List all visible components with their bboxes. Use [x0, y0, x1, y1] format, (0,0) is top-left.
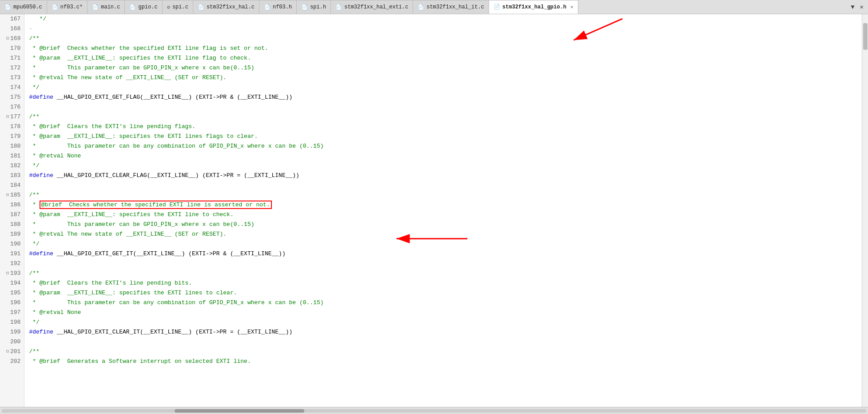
- fold-collapse-icon[interactable]: ⊟: [4, 112, 9, 122]
- tab-nf03-c[interactable]: 📄 nf03.c*: [47, 0, 88, 14]
- comment-text: * @brief Generates a Software interrupt …: [29, 358, 251, 365]
- horizontal-scrollbar[interactable]: [0, 407, 868, 414]
- keyword-define: #define: [29, 329, 53, 335]
- tab-bar: 📄 mpu6050.c 📄 nf03.c* 📄 main.c 📄 gpio.c …: [0, 0, 868, 14]
- code-text: __HAL_GPIO_EXTI_GET_IT(__EXTI_LINE__) (E…: [53, 250, 286, 257]
- line-num-label: 167: [10, 14, 20, 24]
- line-num-label: 181: [10, 151, 20, 161]
- fold-collapse-icon[interactable]: ⊟: [4, 34, 9, 44]
- scrollbar-thumb[interactable]: [863, 23, 868, 50]
- tab-label: stm32f1xx_hal_exti.c: [344, 4, 408, 10]
- file-icon: 📄: [92, 4, 99, 11]
- tab-label: stm32f1xx_hal_it.c: [426, 4, 484, 10]
- line-num-label: 191: [10, 249, 20, 259]
- tab-main-c[interactable]: 📄 main.c: [88, 0, 125, 14]
- fold-collapse-icon[interactable]: ⊟: [4, 190, 9, 200]
- line-num-label: 201: [10, 347, 20, 357]
- tab-label: stm32f1xx_hal.c: [207, 4, 255, 10]
- tab-gpio-c[interactable]: 📄 gpio.c: [125, 0, 162, 14]
- comment-text: * @retval The new state of __EXTI_LINE__…: [29, 74, 227, 81]
- tab-close-all-button[interactable]: ✕: [858, 2, 865, 12]
- line-number-181: 181: [4, 151, 20, 161]
- line-number-178: 178: [4, 122, 20, 132]
- tab-nf03-h[interactable]: 📄 nf03.h: [259, 0, 297, 14]
- line-number-185: ⊟185: [4, 190, 20, 200]
- code-line-194: * @brief Clears the EXTI's line pending …: [29, 278, 862, 288]
- comment-text: * @retval None: [29, 153, 81, 159]
- line-num-label: 193: [10, 269, 20, 278]
- line-number-177: ⊟177: [4, 112, 20, 122]
- tab-mpu6050-c[interactable]: 📄 mpu6050.c: [0, 0, 47, 14]
- code-line-empty: [29, 102, 862, 112]
- tab-label: mpu6050.c: [13, 4, 42, 10]
- tab-stm32f1xx-hal-it-c[interactable]: 📄 stm32f1xx_hal_it.c: [413, 0, 489, 14]
- code-line-171: * @param __EXTI_LINE__: specifies the EX…: [29, 53, 862, 63]
- comment-text: * This parameter can be any combination …: [29, 143, 323, 149]
- tab-label: nf03.h: [273, 4, 292, 10]
- code-line-178: * @brief Clears the EXTI's line pending …: [29, 122, 862, 132]
- code-line-177: /**: [29, 112, 862, 122]
- code-text: __HAL_GPIO_EXTI_GET_FLAG(__EXTI_LINE__) …: [53, 94, 292, 100]
- keyword-define: #define: [29, 172, 53, 179]
- line-num-label: 171: [10, 53, 20, 63]
- comment-text: * @brief Clears the EXTI's line pending …: [29, 280, 192, 286]
- tab-label: stm32f1xx_hal_gpio.h: [502, 4, 566, 10]
- line-number-198: 198: [4, 318, 20, 327]
- line-number-199: 199: [4, 327, 20, 337]
- line-num-label: 188: [10, 220, 20, 229]
- line-number-201: ⊟201: [4, 347, 20, 357]
- line-num-label: 173: [10, 73, 20, 83]
- code-line-182: */: [29, 161, 862, 171]
- highlight-box: @brief Checks whether the specified EXTI…: [40, 201, 272, 209]
- code-line-188: * This parameter can be GPIO_PIN_x where…: [29, 220, 862, 229]
- code-line-183: #define __HAL_GPIO_EXTI_CLEAR_FLAG(__EXT…: [29, 171, 862, 181]
- code-line-185: /**: [29, 190, 862, 200]
- line-number-173: 173: [4, 73, 20, 83]
- comment-text: */: [29, 16, 46, 22]
- code-line-187: * @param __EXTI_LINE__: specifies the EX…: [29, 210, 862, 220]
- comment-text: /**: [29, 113, 39, 120]
- line-number-175: 175: [4, 92, 20, 102]
- comment-text: */: [29, 162, 39, 169]
- line-num-label: 199: [10, 327, 20, 337]
- tab-dropdown-button[interactable]: ▼: [849, 3, 856, 12]
- line-number-180: 180: [4, 141, 20, 151]
- fold-collapse-icon[interactable]: ⊟: [4, 347, 9, 357]
- tab-spi-h[interactable]: 📄 spi.h: [297, 0, 331, 14]
- tab-stm32f1xx-hal-exti-c[interactable]: 📄 stm32f1xx_hal_exti.c: [331, 0, 413, 14]
- line-num-label: 180: [10, 141, 20, 151]
- file-icon: 📄: [301, 4, 308, 11]
- file-icon: 📄: [129, 4, 136, 11]
- line-num-label: 169: [10, 34, 20, 44]
- fold-collapse-icon[interactable]: ⊟: [4, 269, 9, 278]
- line-num-label: 186: [10, 200, 20, 210]
- tab-controls: ▼ ✕: [846, 0, 868, 14]
- line-number-168: 168: [4, 24, 20, 34]
- code-line-199: #define __HAL_GPIO_EXTI_CLEAR_IT(__EXTI_…: [29, 327, 862, 337]
- vertical-scrollbar[interactable]: [862, 14, 868, 407]
- line-num-label: 202: [10, 357, 20, 366]
- line-number-169: ⊟169: [4, 34, 20, 44]
- line-num-label: 197: [10, 308, 20, 318]
- comment-text: * @param __EXTI_LINE__: specifies the EX…: [29, 55, 251, 61]
- code-line-169: /**: [29, 34, 862, 44]
- scrollbar-thumb-h[interactable]: [175, 409, 304, 413]
- code-text: __HAL_GPIO_EXTI_CLEAR_FLAG(__EXTI_LINE__…: [53, 172, 299, 179]
- comment-text: * @brief Clears the EXTI's line pending …: [29, 123, 195, 130]
- line-numbers: 167168⊟169170171172173174175176⊟17717817…: [0, 14, 24, 407]
- comment-text: * This parameter can be any combination …: [29, 299, 323, 306]
- line-num-label: 195: [10, 288, 20, 298]
- code-line-191: #define __HAL_GPIO_EXTI_GET_IT(__EXTI_LI…: [29, 249, 862, 259]
- tab-stm32f1xx-hal-c[interactable]: 📄 stm32f1xx_hal.c: [193, 0, 259, 14]
- file-icon: 📄: [494, 4, 500, 10]
- code-line-167: */: [29, 14, 862, 24]
- code-line-202: * @brief Generates a Software interrupt …: [29, 357, 862, 366]
- file-icon: 📄: [418, 4, 424, 11]
- code-area[interactable]: */-/** * @brief Checks whether the speci…: [24, 14, 862, 407]
- code-line-170: * @brief Checks whether the specified EX…: [29, 44, 862, 53]
- tab-spi-c[interactable]: ⚙ spi.c: [163, 0, 193, 14]
- tab-close-button[interactable]: ✕: [570, 4, 573, 10]
- tab-stm32f1xx-hal-gpio-h[interactable]: 📄 stm32f1xx_hal_gpio.h ✕: [489, 0, 578, 14]
- code-line-empty: [29, 337, 862, 347]
- code-line-174: */: [29, 83, 862, 92]
